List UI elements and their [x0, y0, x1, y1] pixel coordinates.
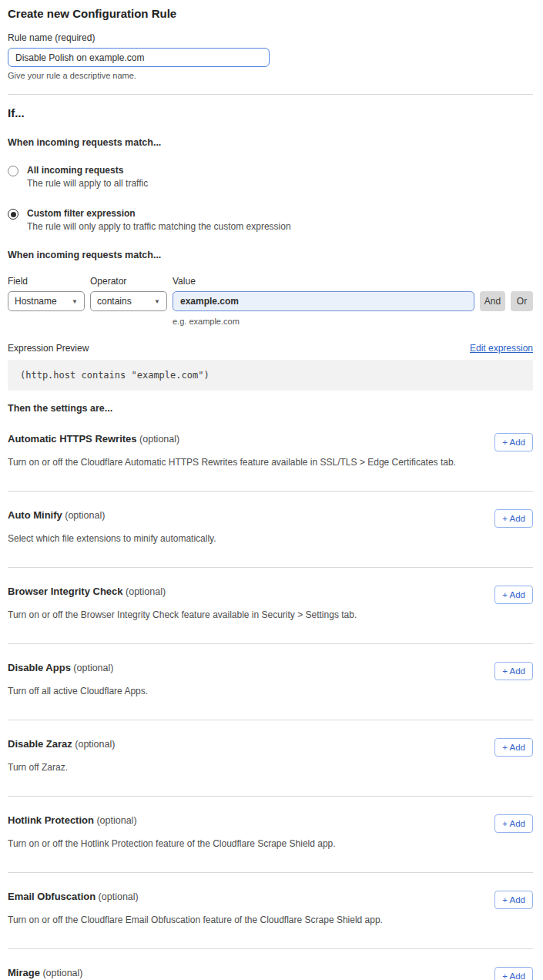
radio-all-incoming-requests[interactable]: All incoming requests The rule will appl… — [8, 165, 533, 189]
rule-name-input[interactable] — [8, 48, 270, 67]
setting-title: Browser Integrity Check (optional) — [8, 586, 166, 597]
setting-browser-integrity-check: Browser Integrity Check (optional) + Add… — [8, 568, 533, 644]
add-button[interactable]: + Add — [494, 738, 533, 757]
expression-preview-label: Expression Preview — [8, 343, 89, 354]
radio-description: The rule will apply to all traffic — [27, 178, 148, 189]
setting-auto-minify: Auto Minify (optional) + Add Select whic… — [8, 492, 533, 568]
setting-description: Turn on or off the Browser Integrity Che… — [8, 609, 470, 620]
chevron-down-icon: ▼ — [72, 298, 78, 305]
add-button[interactable]: + Add — [494, 433, 533, 451]
expression-builder-row: Field Hostname ▼ Operator contains ▼ Val… — [8, 276, 533, 326]
page-title: Create new Configuration Rule — [8, 7, 533, 20]
optional-suffix: (optional) — [96, 891, 139, 902]
setting-description: Turn on or off the Cloudflare Email Obfu… — [8, 915, 470, 925]
edit-expression-link[interactable]: Edit expression — [470, 343, 533, 354]
radio-button-icon[interactable] — [8, 209, 18, 220]
or-button[interactable]: Or — [511, 291, 533, 311]
optional-suffix: (optional) — [94, 815, 137, 826]
optional-suffix: (optional) — [72, 739, 116, 750]
radio-button-icon[interactable] — [8, 166, 18, 176]
expression-preview-code: (http.host contains "example.com") — [8, 360, 533, 391]
rule-name-hint: Give your rule a descriptive name. — [8, 71, 533, 80]
setting-title: Hotlink Protection (optional) — [8, 814, 137, 826]
setting-automatic-https-rewrites: Automatic HTTPS Rewrites (optional) + Ad… — [8, 415, 533, 492]
setting-hotlink-protection: Hotlink Protection (optional) + Add Turn… — [8, 797, 533, 873]
expression-builder-heading: When incoming requests match... — [8, 250, 533, 260]
setting-description: Select which file extensions to minify a… — [8, 533, 470, 544]
setting-title: Email Obfuscation (optional) — [8, 891, 139, 902]
and-button[interactable]: And — [480, 291, 505, 311]
if-section-heading: If... — [8, 106, 533, 119]
setting-description: Turn off all active Cloudflare Apps. — [8, 686, 470, 696]
incoming-requests-match-heading: When incoming requests match... — [8, 137, 533, 148]
operator-select-value: contains — [97, 296, 132, 307]
setting-title: Mirage (optional) — [8, 967, 83, 978]
operator-select[interactable]: contains ▼ — [90, 291, 167, 311]
setting-title: Disable Zaraz (optional) — [8, 738, 115, 750]
radio-custom-filter-expression[interactable]: Custom filter expression The rule will o… — [8, 208, 533, 232]
radio-label: Custom filter expression — [27, 208, 291, 219]
optional-suffix: (optional) — [40, 968, 83, 978]
optional-suffix: (optional) — [137, 434, 180, 445]
setting-title: Disable Apps (optional) — [8, 662, 113, 673]
value-label: Value — [173, 276, 474, 287]
field-label: Field — [8, 276, 85, 287]
add-button[interactable]: + Add — [494, 586, 533, 604]
optional-suffix: (optional) — [62, 510, 106, 521]
operator-label: Operator — [90, 276, 167, 287]
add-button[interactable]: + Add — [494, 814, 533, 833]
add-button[interactable]: + Add — [494, 891, 533, 909]
radio-label: All incoming requests — [27, 165, 148, 176]
value-input[interactable] — [173, 291, 474, 311]
optional-suffix: (optional) — [123, 586, 166, 597]
setting-mirage: Mirage (optional) + Add Turn on or off t… — [8, 949, 533, 980]
radio-description: The rule will only apply to traffic matc… — [27, 221, 291, 232]
optional-suffix: (optional) — [71, 663, 114, 673]
create-configuration-rule-form: Create new Configuration Rule Rule name … — [0, 0, 543, 980]
chevron-down-icon: ▼ — [154, 298, 160, 305]
setting-email-obfuscation: Email Obfuscation (optional) + Add Turn … — [8, 873, 533, 949]
expression-preview-header: Expression Preview Edit expression — [8, 343, 533, 354]
field-select-value: Hostname — [15, 296, 57, 307]
then-settings-heading: Then the settings are... — [8, 403, 533, 414]
setting-description: Turn off Zaraz. — [8, 762, 470, 773]
add-button[interactable]: + Add — [494, 967, 533, 980]
add-button[interactable]: + Add — [494, 509, 533, 528]
settings-list: Automatic HTTPS Rewrites (optional) + Ad… — [8, 415, 533, 980]
section-divider — [8, 94, 533, 95]
setting-title: Automatic HTTPS Rewrites (optional) — [8, 433, 179, 445]
setting-description: Turn on or off the Hotlink Protection fe… — [8, 838, 470, 849]
add-button[interactable]: + Add — [494, 662, 533, 680]
value-hint: e.g. example.com — [173, 317, 474, 326]
setting-description: Turn on or off the Cloudflare Automatic … — [8, 457, 470, 468]
rule-name-label: Rule name (required) — [8, 32, 533, 43]
match-type-radio-group: All incoming requests The rule will appl… — [8, 165, 533, 232]
setting-title: Auto Minify (optional) — [8, 509, 105, 521]
setting-disable-zaraz: Disable Zaraz (optional) + Add Turn off … — [8, 720, 533, 797]
setting-disable-apps: Disable Apps (optional) + Add Turn off a… — [8, 644, 533, 720]
field-select[interactable]: Hostname ▼ — [8, 291, 85, 311]
